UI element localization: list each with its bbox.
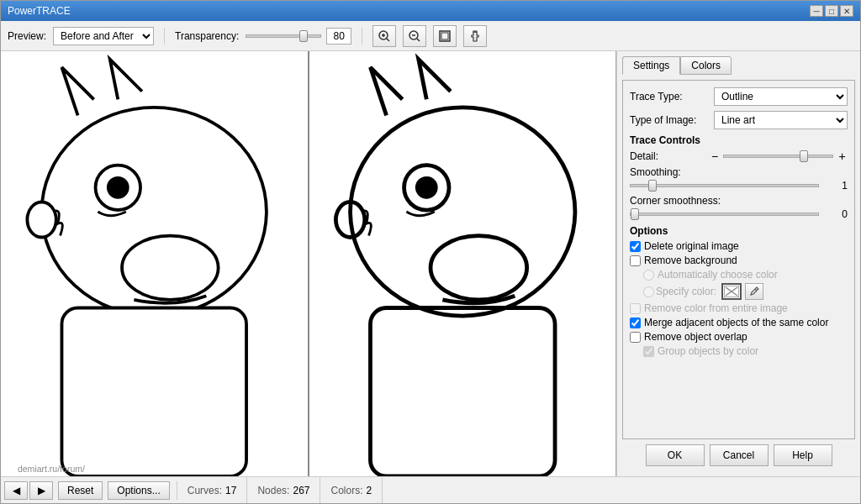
svg-rect-8	[441, 33, 448, 39]
zoom-out-button[interactable]	[403, 25, 426, 47]
toolbar-separator	[164, 28, 165, 45]
colors-value: 2	[367, 485, 372, 496]
nodes-value: 267	[293, 485, 309, 496]
remove-overlap-row: Remove object overlap	[630, 331, 848, 343]
detail-minus-button[interactable]: −	[710, 150, 721, 163]
remove-overlap-checkbox[interactable]	[630, 332, 641, 343]
transparency-slider[interactable]	[246, 34, 321, 38]
transparency-input[interactable]	[326, 28, 351, 45]
remove-color-row: Remove color from entire image	[630, 302, 848, 314]
color-swatch-x-icon	[724, 286, 739, 297]
back-button[interactable]: ◀	[4, 481, 28, 500]
remove-overlap-label: Remove object overlap	[644, 331, 747, 343]
toolbar: Preview: Before and After Before After T…	[1, 21, 860, 51]
watermark-text: demiart.ru/forum/	[18, 464, 85, 474]
color-swatch[interactable]	[721, 283, 742, 300]
tab-colors[interactable]: Colors	[680, 56, 732, 75]
transparency-slider-group	[246, 28, 351, 45]
title-bar: PowerTRACE ─ □ ✕	[1, 1, 860, 21]
status-nav: ◀ ▶ Reset Options...	[1, 481, 177, 500]
forward-button[interactable]: ▶	[29, 481, 53, 500]
detail-plus-button[interactable]: +	[837, 150, 848, 163]
svg-line-1	[387, 38, 390, 41]
corner-smoothness-label: Corner smoothness:	[630, 195, 848, 207]
status-stats: Curves: 17 Nodes: 267 Colors: 2	[177, 477, 860, 504]
svg-line-5	[417, 38, 420, 41]
specify-color-row: Specify color:	[630, 283, 848, 300]
title-bar-controls: ─ □ ✕	[810, 5, 853, 17]
color-picker-button[interactable]	[745, 283, 763, 300]
smoothing-value: 1	[822, 180, 848, 192]
svg-point-13	[27, 202, 55, 237]
detail-slider-row: Detail: − +	[630, 150, 848, 163]
main-area: demiart.ru/forum/	[1, 51, 860, 476]
detail-row: Detail: − +	[630, 150, 848, 163]
zoom-out-icon	[408, 29, 421, 43]
delete-original-row: Delete original image	[630, 240, 848, 252]
zoom-in-icon	[378, 29, 391, 43]
main-window: PowerTRACE ─ □ ✕ Preview: Before and Aft…	[0, 0, 861, 504]
transparency-label: Transparency:	[175, 30, 239, 42]
group-by-color-row: Group objects by color	[630, 345, 848, 357]
zoom-in-button[interactable]	[372, 25, 396, 47]
status-bar: ◀ ▶ Reset Options... Curves: 17 Nodes: 2…	[1, 476, 860, 503]
close-button[interactable]: ✕	[840, 5, 853, 17]
preview-container: demiart.ru/forum/	[1, 51, 615, 476]
smoothing-label: Smoothing:	[630, 166, 848, 178]
tab-settings[interactable]: Settings	[622, 56, 680, 75]
window-title: PowerTRACE	[8, 5, 71, 17]
remove-color-checkbox[interactable]	[630, 303, 641, 314]
preview-after	[309, 51, 616, 476]
auto-choose-row: Automatically choose color	[630, 269, 848, 281]
detail-slider[interactable]	[723, 155, 833, 158]
curves-stat: Curves: 17	[177, 477, 248, 504]
group-by-color-checkbox[interactable]	[643, 346, 654, 357]
svg-line-26	[755, 289, 757, 291]
options-button[interactable]: Options...	[108, 481, 169, 500]
pan-icon	[468, 29, 482, 43]
detail-label: Detail:	[630, 150, 706, 162]
corner-smoothness-slider[interactable]	[630, 213, 819, 216]
corner-smoothness-slider-row: 0	[630, 208, 848, 220]
fit-icon	[438, 29, 452, 43]
nodes-label: Nodes:	[257, 485, 289, 496]
svg-rect-15	[61, 308, 246, 476]
merge-adjacent-label: Merge adjacent objects of the same color	[644, 317, 828, 328]
remove-background-checkbox[interactable]	[630, 255, 641, 266]
specify-color-radio[interactable]	[643, 286, 654, 297]
curves-value: 17	[225, 485, 236, 496]
trace-type-label: Trace Type:	[630, 91, 714, 102]
pan-button[interactable]	[463, 25, 487, 47]
nodes-stat: Nodes: 267	[247, 477, 320, 504]
specify-color-label: Specify color:	[656, 286, 716, 297]
ok-button[interactable]: OK	[646, 444, 705, 466]
before-image: demiart.ru/forum/	[1, 51, 308, 476]
auto-choose-label: Automatically choose color	[658, 269, 778, 281]
trace-type-row: Trace Type: Outline Centerline Silhouett…	[630, 87, 848, 106]
type-of-image-select[interactable]: Line art Logo Detailed Logo Clipart High…	[714, 111, 848, 129]
fit-button[interactable]	[433, 25, 457, 47]
colors-label: Colors:	[330, 485, 362, 496]
delete-original-checkbox[interactable]	[630, 241, 641, 252]
svg-point-14	[122, 236, 219, 300]
group-by-color-label: Group objects by color	[658, 345, 758, 357]
cancel-button[interactable]: Cancel	[710, 444, 769, 466]
merge-adjacent-checkbox[interactable]	[630, 318, 641, 328]
type-of-image-label: Type of Image:	[630, 114, 714, 126]
remove-color-label: Remove color from entire image	[644, 302, 788, 314]
help-button[interactable]: Help	[774, 444, 832, 466]
preview-before: demiart.ru/forum/	[1, 51, 308, 476]
auto-choose-radio[interactable]	[643, 270, 654, 281]
reset-button[interactable]: Reset	[58, 481, 103, 500]
preview-select[interactable]: Before and After Before After	[53, 27, 154, 45]
corner-smoothness-section: Corner smoothness: 0	[630, 195, 848, 220]
trace-type-select[interactable]: Outline Centerline Silhouette	[714, 87, 848, 106]
type-of-image-row: Type of Image: Line art Logo Detailed Lo…	[630, 111, 848, 129]
tab-bar: Settings Colors	[622, 56, 855, 75]
svg-point-19	[415, 176, 437, 199]
settings-panel: Trace Type: Outline Centerline Silhouett…	[622, 80, 855, 439]
minimize-button[interactable]: ─	[810, 5, 823, 17]
restore-button[interactable]: □	[825, 5, 838, 17]
smoothing-slider[interactable]	[630, 184, 819, 187]
action-buttons: OK Cancel Help	[622, 439, 855, 471]
